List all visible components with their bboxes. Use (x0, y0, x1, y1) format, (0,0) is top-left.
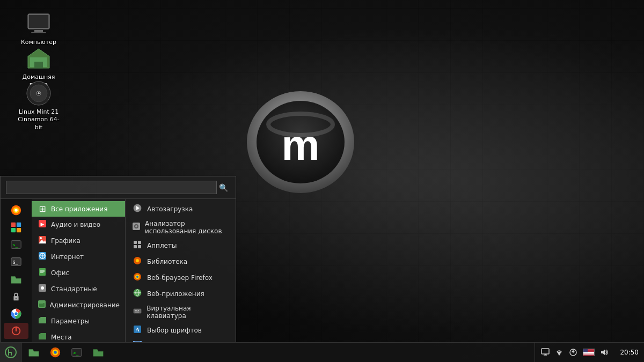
svg-rect-5 (29, 15, 48, 28)
svg-rect-71 (135, 312, 139, 313)
category-office[interactable]: Офис (32, 265, 125, 281)
taskbar-folder[interactable] (88, 344, 108, 361)
svg-rect-57 (134, 245, 137, 248)
menu-categories: ⊞ Все приложения ▶ Аудио и видео Графика (32, 199, 126, 342)
category-all[interactable]: ⊞ Все приложения (32, 201, 125, 217)
svg-rect-68 (135, 310, 136, 311)
sidebar-btn-firefox[interactable] (4, 202, 28, 218)
desktop-icon-computer[interactable]: Компьютер (17, 11, 60, 46)
taskbar-firefox[interactable] (45, 344, 65, 361)
svg-rect-17 (11, 223, 16, 227)
home-folder-icon (26, 46, 52, 71)
category-audio[interactable]: ▶ Аудио и видео (32, 217, 125, 233)
svg-point-54 (135, 225, 137, 227)
mint-icon-label: Linux Mint 21 Cinnamon 64-bit (17, 108, 60, 131)
tray-language[interactable] (581, 348, 596, 357)
app-disk-analyzer[interactable]: Анализатор использования дисков (126, 217, 236, 238)
start-menu: 🔍 >_ $_ (0, 176, 236, 342)
sidebar-btn-power[interactable] (4, 323, 28, 339)
category-admin[interactable]: Администрирование (32, 297, 125, 313)
svg-rect-55 (134, 241, 137, 244)
tray-volume[interactable] (598, 347, 610, 358)
svg-rect-6 (34, 30, 43, 32)
svg-text:▶: ▶ (41, 221, 45, 227)
svg-text:$_: $_ (13, 260, 18, 265)
mint-logo: m (241, 80, 365, 204)
svg-text:A: A (135, 327, 140, 333)
all-apps-icon: ⊞ (37, 204, 48, 214)
svg-rect-19 (11, 228, 16, 232)
svg-rect-58 (138, 245, 141, 248)
app-fonts[interactable]: A Выбор шрифтов (126, 322, 236, 338)
app-hotcorners[interactable]: Горячие углы (126, 338, 236, 342)
svg-rect-7 (31, 32, 46, 33)
library-icon (132, 256, 143, 267)
svg-rect-48 (39, 303, 45, 307)
category-standard[interactable]: Стандартные (32, 281, 125, 297)
start-button[interactable] (0, 343, 21, 363)
desktop: m Компьютер Домашняя папка (0, 0, 644, 362)
desktop-icon-mint[interactable]: Linux Mint 21 Cinnamon 64-bit (17, 80, 60, 131)
category-internet[interactable]: Интернет (32, 249, 125, 265)
svg-rect-56 (138, 241, 141, 244)
svg-point-26 (16, 298, 17, 299)
menu-apps: Автозагрузка Анализатор использования ди… (126, 199, 236, 342)
disk-analyzer-icon (132, 222, 141, 233)
office-icon (37, 268, 48, 278)
us-flag (583, 349, 595, 356)
svg-point-87 (54, 351, 57, 354)
audio-icon: ▶ (37, 219, 48, 230)
svg-rect-90 (541, 349, 549, 354)
app-vkeyboard[interactable]: Виртуальная клавиатура (126, 302, 236, 322)
sidebar-btn-terminal[interactable]: >_ (4, 237, 28, 253)
category-graphics[interactable]: Графика (32, 233, 125, 249)
settings-folder-icon (37, 316, 48, 327)
svg-point-60 (136, 259, 139, 262)
app-firefox[interactable]: Веб-браузер Firefox (126, 270, 236, 286)
system-tray (535, 343, 614, 362)
svg-rect-9 (34, 62, 43, 68)
svg-point-46 (41, 286, 44, 290)
svg-point-63 (136, 276, 138, 278)
svg-point-93 (559, 354, 560, 356)
taskbar-terminal[interactable]: >_ (67, 344, 87, 361)
svg-rect-69 (136, 310, 137, 311)
graphics-icon (37, 235, 48, 246)
internet-icon (37, 252, 48, 262)
tray-network[interactable] (553, 347, 565, 358)
svg-point-16 (14, 209, 18, 212)
sidebar-btn-chrome[interactable] (4, 306, 28, 322)
svg-text:>_: >_ (74, 350, 79, 356)
computer-icon (26, 11, 52, 36)
category-settings[interactable]: Параметры (32, 313, 125, 329)
svg-rect-20 (17, 228, 21, 232)
tray-monitor[interactable] (539, 347, 551, 358)
autostart-icon (132, 204, 143, 215)
taskbar-apps: >_ (21, 343, 535, 362)
taskbar-files[interactable] (24, 344, 44, 361)
search-input[interactable] (6, 181, 217, 194)
firefox-icon (132, 272, 143, 283)
app-autostart[interactable]: Автозагрузка (126, 201, 236, 217)
search-button[interactable]: 🔍 (217, 181, 230, 194)
svg-rect-41 (39, 268, 46, 276)
app-library[interactable]: Библиотека (126, 254, 236, 270)
category-places[interactable]: Места (32, 329, 125, 342)
sidebar-btn-lock[interactable] (4, 289, 28, 305)
menu-sidebar: >_ $_ (1, 199, 32, 342)
svg-text:m: m (281, 121, 319, 169)
svg-point-13 (38, 92, 40, 94)
disc-icon (26, 80, 52, 106)
svg-text:>_: >_ (13, 242, 18, 248)
sidebar-btn-software[interactable] (4, 219, 28, 235)
app-applets[interactable]: Апплеты (126, 238, 236, 254)
svg-point-35 (40, 237, 42, 239)
sidebar-btn-terminal2[interactable]: $_ (4, 254, 28, 270)
svg-rect-18 (17, 223, 21, 227)
tray-update[interactable] (567, 347, 579, 358)
app-webapps[interactable]: Веб-приложения (126, 286, 236, 302)
sidebar-btn-files[interactable] (4, 271, 28, 287)
taskbar-clock[interactable]: 20:50 (614, 349, 644, 356)
search-bar: 🔍 (1, 176, 236, 199)
svg-rect-70 (138, 310, 139, 311)
